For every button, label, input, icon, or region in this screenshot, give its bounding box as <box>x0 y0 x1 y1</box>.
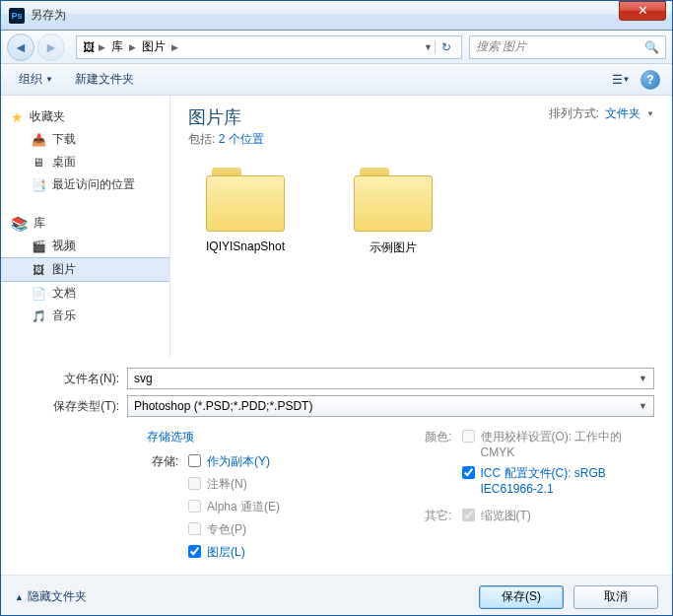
chevron-right-icon: ▶ <box>171 42 178 52</box>
library-icon: 🖼 <box>81 39 97 55</box>
sidebar-item-video[interactable]: 🎬视频 <box>1 235 169 257</box>
toolbar: 组织 ▼ 新建文件夹 ☰ ▼ ? <box>1 64 672 96</box>
footer: ▲隐藏文件夹 保存(S) 取消 <box>1 575 672 616</box>
close-button[interactable]: ✕ <box>619 1 666 21</box>
breadcrumb-seg[interactable]: 图片 <box>138 38 169 55</box>
music-icon: 🎵 <box>31 308 46 324</box>
chevron-down-icon: ▼ <box>646 109 654 118</box>
color-label: 颜色: <box>421 429 456 445</box>
cancel-button[interactable]: 取消 <box>573 585 658 609</box>
store-options-link[interactable]: 存储选项 <box>147 429 381 445</box>
sort-control[interactable]: 排列方式: 文件夹 ▼ <box>549 105 654 122</box>
breadcrumb[interactable]: 🖼 ▶ 库 ▶ 图片 ▶ ▼ ↻ <box>76 35 462 59</box>
other-label: 其它: <box>421 508 456 524</box>
alpha-checkbox <box>188 500 201 513</box>
sidebar-group-library[interactable]: 📚库 <box>1 212 169 235</box>
chevron-right-icon: ▶ <box>129 42 136 52</box>
new-folder-button[interactable]: 新建文件夹 <box>67 68 142 91</box>
icc-label[interactable]: ICC 配置文件(C): sRGB IEC61966-2.1 <box>481 465 648 496</box>
nav-back-button[interactable]: ◄ <box>7 34 34 61</box>
folder-label: 示例图片 <box>344 240 442 256</box>
proof-label: 使用校样设置(O): 工作中的 CMYK <box>481 429 648 459</box>
folder-icon <box>354 168 433 232</box>
sidebar-item-downloads[interactable]: 📥下载 <box>1 128 169 151</box>
chevron-down-icon[interactable]: ▼ <box>639 374 647 383</box>
sidebar: ★收藏夹 📥下载 🖥桌面 📑最近访问的位置 📚库 🎬视频 🖼图片 📄文档 🎵音乐 <box>1 96 170 358</box>
video-icon: 🎬 <box>31 239 46 254</box>
download-icon: 📥 <box>31 132 46 148</box>
chevron-up-icon: ▲ <box>15 592 24 602</box>
layers-checkbox[interactable] <box>188 545 201 558</box>
alpha-label: Alpha 通道(E) <box>207 499 280 515</box>
sidebar-item-pictures[interactable]: 🖼图片 <box>1 257 169 282</box>
app-icon: Ps <box>9 8 25 24</box>
spot-checkbox <box>188 522 201 535</box>
proof-checkbox <box>462 430 475 443</box>
sort-value[interactable]: 文件夹 <box>605 105 640 122</box>
star-icon: ★ <box>11 109 24 125</box>
navbar: ◄ ► 🖼 ▶ 库 ▶ 图片 ▶ ▼ ↻ 搜索 图片 🔍 <box>1 31 672 64</box>
folder-item[interactable]: IQIYISnapShot <box>196 168 295 256</box>
library-subtitle: 包括: 2 个位置 <box>188 131 264 148</box>
sidebar-item-music[interactable]: 🎵音乐 <box>1 305 169 327</box>
filename-label: 文件名(N): <box>19 371 127 387</box>
content-pane: 图片库 包括: 2 个位置 排列方式: 文件夹 ▼ IQIYISnapShot … <box>170 96 672 358</box>
sort-label: 排列方式: <box>549 105 599 122</box>
breadcrumb-dropdown-icon[interactable]: ▼ <box>424 42 433 52</box>
notes-label: 注释(N) <box>207 476 247 493</box>
recent-icon: 📑 <box>31 177 46 193</box>
hide-folders-button[interactable]: ▲隐藏文件夹 <box>15 588 87 605</box>
ascopy-checkbox[interactable] <box>188 454 201 467</box>
spot-label: 专色(P) <box>207 521 246 538</box>
nav-forward-button[interactable]: ► <box>37 34 65 61</box>
help-button[interactable]: ? <box>639 69 662 91</box>
desktop-icon: 🖥 <box>31 155 46 171</box>
picture-icon: 🖼 <box>31 262 46 278</box>
save-button[interactable]: 保存(S) <box>479 585 564 609</box>
bottom-form: 文件名(N): svg▼ 保存类型(T): Photoshop (*.PSD;*… <box>1 358 672 567</box>
organize-button[interactable]: 组织 ▼ <box>11 68 61 91</box>
filetype-select[interactable]: Photoshop (*.PSD;*.PDD;*.PSDT)▼ <box>127 395 654 417</box>
thumb-label: 缩览图(T) <box>481 508 531 524</box>
breadcrumb-seg[interactable]: 库 <box>107 38 127 55</box>
help-icon: ? <box>640 70 660 90</box>
library-title: 图片库 <box>188 105 264 129</box>
search-icon: 🔍 <box>644 40 659 54</box>
chevron-right-icon: ▶ <box>99 42 105 52</box>
sidebar-item-documents[interactable]: 📄文档 <box>1 282 169 305</box>
document-icon: 📄 <box>31 286 46 302</box>
refresh-icon[interactable]: ↻ <box>435 40 457 54</box>
folder-icon <box>206 168 285 232</box>
search-placeholder: 搜索 图片 <box>476 38 526 55</box>
notes-checkbox <box>188 477 201 490</box>
icc-checkbox[interactable] <box>462 466 475 479</box>
layers-label: 图层(L) <box>207 544 245 561</box>
sidebar-item-recent[interactable]: 📑最近访问的位置 <box>1 173 169 196</box>
view-button[interactable]: ☰ ▼ <box>609 69 633 91</box>
filetype-label: 保存类型(T): <box>19 398 127 415</box>
chevron-down-icon[interactable]: ▼ <box>639 401 647 411</box>
main-area: ★收藏夹 📥下载 🖥桌面 📑最近访问的位置 📚库 🎬视频 🖼图片 📄文档 🎵音乐… <box>1 96 672 358</box>
thumb-checkbox <box>462 509 475 521</box>
sidebar-group-favorites[interactable]: ★收藏夹 <box>1 105 169 128</box>
folder-label: IQIYISnapShot <box>196 240 295 253</box>
search-input[interactable]: 搜索 图片 🔍 <box>469 35 666 59</box>
store-label: 存储: <box>147 453 182 470</box>
ascopy-label: 作为副本(Y) <box>207 453 270 470</box>
folder-item[interactable]: 示例图片 <box>344 168 442 256</box>
titlebar: Ps 另存为 ✕ <box>1 1 672 31</box>
filename-input[interactable]: svg▼ <box>127 368 654 389</box>
sidebar-item-desktop[interactable]: 🖥桌面 <box>1 151 169 173</box>
window-title: 另存为 <box>31 7 619 24</box>
chevron-down-icon: ▼ <box>45 75 53 84</box>
library-icon: 📚 <box>11 216 28 232</box>
locations-link[interactable]: 2 个位置 <box>219 132 264 146</box>
